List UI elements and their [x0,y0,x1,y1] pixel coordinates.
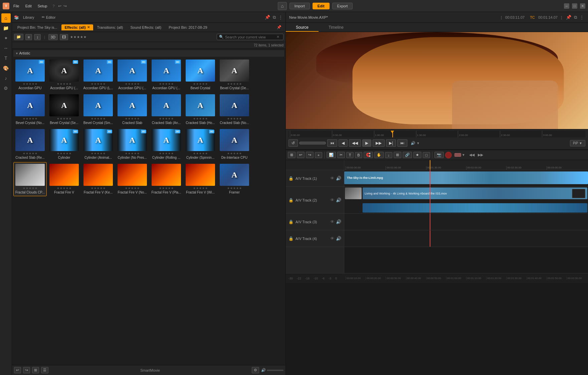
tl-text[interactable]: T [346,152,354,158]
effect-item-15[interactable]: A ★ ★ ★ ★ ★ Cracked Slab (Re... [13,127,47,161]
clip-iss-video[interactable]: Living and Working - 4k Living & Working… [363,188,587,199]
effect-item-3[interactable]: A 3D ★ ★ ★ ★ ★ Accordian GPU (L... [81,58,115,92]
tl-bold[interactable]: B [355,152,362,158]
effect-item-5[interactable]: A 3D ★ ★ ★ ★ ★ Accordian GPU (... [150,58,183,92]
export-button[interactable]: Export [332,3,353,9]
clip-sky[interactable]: The-Sky-is-the-Limit.mpg [344,171,588,184]
maximize-button[interactable]: □ [572,3,577,9]
tab-effects-all[interactable]: Effects: (all) ✕ [61,24,93,30]
sm-redo-btn[interactable]: ↪ [23,367,30,373]
effect-item-28[interactable]: A ★ ★ ★ ★ ★ Framer [218,162,251,196]
tl-link[interactable]: 🔗 [403,152,412,158]
sm-undo-btn[interactable]: ↩ [14,367,21,373]
tl-bar-chart[interactable]: 📊 [327,152,336,158]
sm-list-btn[interactable]: ☰ [41,367,48,373]
sidebar-icon-home[interactable]: ⌂ [1,13,11,23]
effect-item-14[interactable]: A ★ ★ ★ ★ ★ Cracked Slab (No... [218,93,251,127]
effect-item-2[interactable]: A 3D ★ ★ ★ ★ ★ Accordian GPU (... [47,58,81,92]
effect-item-18[interactable]: A 3D ★ ★ ★ ★ ★ Cylinder (No Pres... [116,127,149,161]
tab-timeline[interactable]: Timeline [319,24,354,32]
sidebar-icon-audio[interactable]: ♪ [1,74,11,83]
minimize-button[interactable]: ─ [564,3,569,9]
tl-grid[interactable]: ⊞ [394,152,401,158]
track-av3-lock-icon[interactable]: 🔒 [288,220,293,224]
effect-item-13[interactable]: A ★ ★ ★ ★ ★ Cracked Slab (Ho... [184,93,217,127]
preview-pin-icon[interactable]: 📌 [565,14,572,21]
speed-control[interactable] [299,142,326,144]
btn-loop[interactable]: ↺ [288,139,298,147]
tab-effects-close-icon[interactable]: ✕ [87,25,90,29]
list-view-btn[interactable]: ≡ [25,34,32,40]
tl-down-arr[interactable]: ↓ [385,152,392,158]
tab-transitions[interactable]: Transitions: (all) [94,24,127,30]
sidebar-icon-transitions[interactable]: ↔ [1,43,11,53]
tl-hand[interactable]: ✋ [374,152,384,158]
effect-item-1[interactable]: A 3D ★ ★ ★ ★ ★ Accordian GPU [13,58,47,92]
preview-float-icon[interactable]: ⧉ [573,14,578,21]
edit-button[interactable]: Edit [313,3,330,9]
effect-item-20[interactable]: A 3D ★ ★ ★ ★ ★ Cylinder (Spinnin... [184,127,217,161]
track-av1-visible-icon[interactable]: 👁 [330,176,335,181]
stars-filter[interactable]: ★ ★ ★ ★ ★ [70,35,86,39]
menu-file[interactable]: File [11,3,21,9]
tl-snap-btn[interactable]: ⊞ [288,152,296,158]
section-artistic[interactable]: Artistic [13,50,284,56]
effect-item-8[interactable]: A ★ ★ ★ ★ ★ Bevel Crystal (No... [13,93,47,127]
menu-setup[interactable]: Setup [36,3,49,9]
tl-zoom-plus[interactable]: ▶▶ [476,152,484,158]
effect-item-17[interactable]: A 3D ★ ★ ★ ★ ★ Cylinder (Animat... [81,127,115,161]
tl-box[interactable]: □ [423,152,430,158]
tab-source[interactable]: Source [286,24,319,32]
preview-vol-arrow[interactable]: ▼ [416,141,420,145]
sidebar-icon-color[interactable]: 🎨 [1,64,11,73]
panel-float-icon[interactable]: ⧉ [272,14,276,21]
sort-btn[interactable]: ↕ [34,34,41,40]
star-4[interactable]: ★ [80,35,83,39]
import-button[interactable]: Import [289,3,310,9]
effect-item-19[interactable]: A 3D ★ ★ ★ ★ ★ Cylinder (Rolling ... [150,127,183,161]
star-1[interactable]: ★ [70,35,73,39]
track-av4-visible-icon[interactable]: 👁 [330,236,335,241]
folder-btn[interactable]: 📁 [14,34,23,40]
tl-color-arrow[interactable]: ▼ [462,153,465,157]
btn-play[interactable]: ▶ [362,139,371,147]
tl-camera[interactable]: 📷 [434,152,444,158]
star-3[interactable]: ★ [77,35,80,39]
btn-next-frame[interactable]: ▶| [386,139,396,147]
effect-item-7[interactable]: A ★ ★ ★ ★ ★ Bevel Crystal (De... [218,58,251,92]
effect-item-21[interactable]: A ★ ★ ★ ★ ★ De-Interlace CPU [218,127,251,161]
effect-item-27[interactable]: ★ ★ ★ ★ ★ Fractal Fire V (Wi... [184,162,217,196]
tab-editor[interactable]: ✏ Editor [38,14,59,20]
track-av3-audio-icon[interactable]: 🔊 [336,219,341,224]
track-av4-lock-icon[interactable]: 🔒 [288,236,293,241]
playhead-marker[interactable] [392,131,393,137]
btn-step-fwd[interactable]: ▶▶ [373,139,385,147]
btn-step-back[interactable]: ◀◀ [349,139,361,147]
effect-item-23[interactable]: ★ ★ ★ ★ ★ Fractal Fire V [47,162,81,196]
sm-settings-btn[interactable]: ⚙ [252,367,259,373]
tab-pin-right[interactable]: 📌 [275,25,283,29]
effect-item-11[interactable]: A ★ ★ ★ ★ ★ Cracked Slab [116,93,149,127]
close-button[interactable]: ✕ [580,3,585,9]
preview-menu-icon[interactable]: ⋮ [579,14,585,21]
track-av2-visible-icon[interactable]: 👁 [330,198,335,203]
tab-library[interactable]: Library [20,14,38,20]
track-av2-audio-icon[interactable]: 🔊 [336,198,341,203]
clip-iss-menu-icon[interactable] [572,189,585,198]
sidebar-icon-settings[interactable]: ⚙ [1,84,11,93]
sm-grid-btn[interactable]: ⊞ [32,367,39,373]
library-toggle[interactable]: 📚 [14,15,19,20]
track-av2-lock-icon[interactable]: 🔒 [288,198,293,203]
tl-star[interactable]: ★ [413,152,421,158]
effect-item-25[interactable]: ★ ★ ★ ★ ★ Fractal Fire V (No... [116,162,149,196]
tl-magnet[interactable]: 🧲 [364,152,373,158]
effect-item-10[interactable]: A ★ ★ ★ ★ ★ Bevel Crystal (Sm... [81,93,115,127]
tab-project-bin[interactable]: Project Bin: The Sky is... [14,24,61,30]
effect-item-12[interactable]: A ★ ★ ★ ★ ★ Cracked Slab (An... [150,93,183,127]
tl-add-btn[interactable]: + [315,152,322,158]
sidebar-icon-text[interactable]: T [1,53,11,63]
effect-item-6[interactable]: A ★ ★ ★ ★ ★ Bevel Crystal [184,58,217,92]
clip-iss-audio[interactable] [363,203,587,213]
star-5[interactable]: ★ [83,35,86,39]
track-av1-lock-icon[interactable]: 🔒 [288,176,293,181]
